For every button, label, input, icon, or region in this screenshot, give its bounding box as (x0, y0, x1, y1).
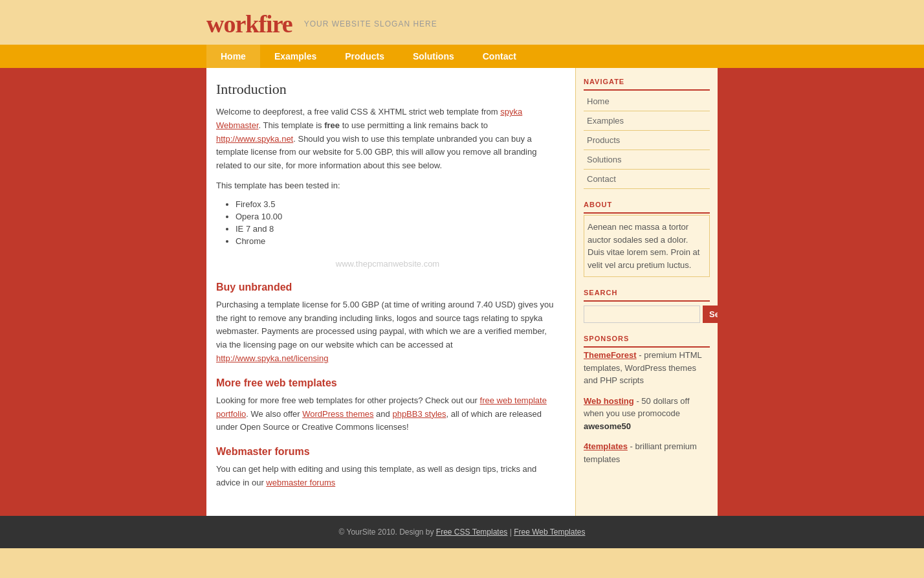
section3-text: You can get help with editing and using … (216, 463, 559, 490)
sponsor-2: Web hosting - 50 dollars off when you us… (584, 395, 710, 433)
navigate-title: NAVIGATE (584, 78, 710, 91)
nav-examples[interactable]: Examples (260, 45, 331, 68)
free-templates-link[interactable]: Free Web Templates (514, 528, 585, 537)
spyka-link[interactable]: spyka Webmaster (216, 107, 522, 130)
main-nav: Home Examples Products Solutions Contact (0, 45, 924, 68)
sidebar-examples-link[interactable]: Examples (584, 111, 710, 130)
content-area: Introduction Welcome to deepforest, a fr… (0, 68, 924, 516)
center-block: Introduction Welcome to deepforest, a fr… (206, 68, 718, 516)
about-title: ABOUT (584, 201, 710, 214)
footer-text: © YourSite 2010. Design by (339, 528, 436, 537)
main-content: Introduction Welcome to deepforest, a fr… (206, 68, 575, 516)
page-title: Introduction (216, 81, 559, 98)
nav-home[interactable]: Home (206, 45, 260, 68)
search-input[interactable] (584, 306, 700, 323)
section2-text: Looking for more free web templates for … (216, 394, 559, 434)
sponsor-3: 4templates - brilliant premium templates (584, 440, 710, 465)
section3-heading: Webmaster forums (216, 446, 559, 458)
list-item: Firefox 3.5 (236, 199, 559, 209)
header: workfire YOUR WEBSITE SLOGAN HERE (0, 0, 924, 45)
about-text: Aenean nec massa a tortor auctor sodales… (584, 215, 710, 277)
footer-inner: © YourSite 2010. Design by Free CSS Temp… (206, 528, 718, 537)
sidebar: NAVIGATE Home Examples Products Solution… (575, 68, 718, 516)
nav-contact[interactable]: Contact (468, 45, 531, 68)
portfolio-link[interactable]: free web template portfolio (216, 395, 547, 419)
sidebar-solutions-link[interactable]: Solutions (584, 150, 710, 169)
list-item: Chrome (236, 236, 559, 246)
phpbb-link[interactable]: phpBB3 styles (392, 409, 446, 419)
search-input-wrap: Search (584, 306, 710, 323)
intro-paragraph: Welcome to deepforest, a free valid CSS … (216, 106, 559, 173)
webhosting-link[interactable]: Web hosting (584, 396, 634, 406)
section1-text: Purchasing a template license for 5.00 G… (216, 298, 559, 366)
sidebar-contact-link[interactable]: Contact (584, 170, 710, 188)
sidebar-item-products[interactable]: Products (584, 131, 710, 150)
sidebar-item-contact[interactable]: Contact (584, 170, 710, 189)
section2-heading: More free web templates (216, 377, 559, 389)
tested-list: Firefox 3.5 Opera 10.00 IE 7 and 8 Chrom… (236, 199, 559, 246)
section1-heading: Buy unbranded (216, 282, 559, 293)
list-item: Opera 10.00 (236, 212, 559, 221)
sponsors-list: ThemeForest - premium HTML templates, Wo… (584, 349, 710, 465)
sidebar-item-solutions[interactable]: Solutions (584, 150, 710, 170)
wp-themes-link[interactable]: WordPress themes (302, 409, 373, 419)
search-section: SEARCH Search (584, 289, 710, 323)
sidebar-nav-list: Home Examples Products Solutions Contact (584, 92, 710, 189)
footer: © YourSite 2010. Design by Free CSS Temp… (0, 516, 924, 548)
watermark: www.thepcmanwebsite.com (216, 259, 559, 269)
list-item: IE 7 and 8 (236, 224, 559, 234)
forums-link[interactable]: webmaster forums (266, 478, 335, 487)
sidebar-item-examples[interactable]: Examples (584, 111, 710, 131)
tested-intro: This template has been tested in: (216, 179, 559, 193)
css-templates-link[interactable]: Free CSS Templates (436, 528, 508, 537)
spyka-net-link[interactable]: http://www.spyka.net (216, 134, 293, 144)
slogan: YOUR WEBSITE SLOGAN HERE (304, 19, 437, 28)
sidebar-home-link[interactable]: Home (584, 92, 710, 111)
search-title: SEARCH (584, 289, 710, 302)
sidebar-item-home[interactable]: Home (584, 92, 710, 111)
nav-products[interactable]: Products (331, 45, 399, 68)
sponsor-1: ThemeForest - premium HTML templates, Wo… (584, 349, 710, 387)
4templates-link[interactable]: 4templates (584, 441, 628, 451)
licensing-link[interactable]: http://www.spyka.net/licensing (216, 353, 328, 363)
logo: workfire (206, 10, 292, 38)
themeforest-link[interactable]: ThemeForest (584, 350, 637, 360)
sponsors-title: SPONSORS (584, 335, 710, 348)
right-red-bar (718, 68, 924, 516)
promo-code: awesome50 (584, 421, 631, 431)
sidebar-products-link[interactable]: Products (584, 131, 710, 150)
left-red-bar (0, 68, 206, 516)
nav-solutions[interactable]: Solutions (399, 45, 468, 68)
